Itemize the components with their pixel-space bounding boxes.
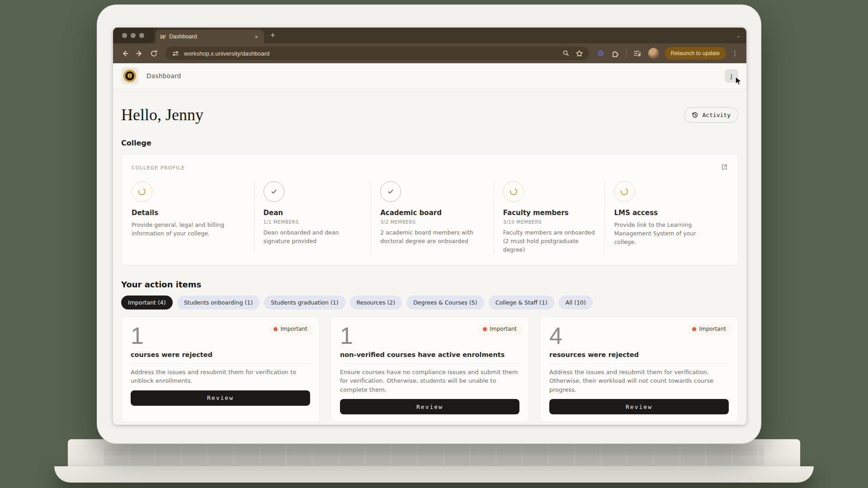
window-maximize-button[interactable]: [139, 33, 144, 38]
dashboard-page: Dashboard J Hello, Jenny Activity Colleg…: [113, 63, 746, 425]
college-profile-item: Academic board 3/2 MEMBERS 2 academic bo…: [371, 181, 494, 254]
card-description: Address the issues and resubmit them for…: [131, 368, 310, 385]
crest-logo-icon: [123, 69, 137, 83]
activity-button[interactable]: Activity: [684, 107, 738, 123]
reading-list-icon[interactable]: [632, 48, 643, 59]
open-profile-icon[interactable]: [721, 164, 728, 172]
college-section-label: College: [121, 139, 738, 147]
progress-spinner-icon: [509, 187, 519, 197]
card-divider: [549, 363, 729, 364]
status-circle-icon: [380, 181, 401, 202]
status-circle-icon: [614, 181, 635, 202]
history-icon: [692, 112, 698, 118]
bookmark-star-icon[interactable]: [575, 48, 584, 59]
activity-button-label: Activity: [702, 112, 731, 118]
zoom-icon[interactable]: [561, 48, 571, 59]
college-profile-card: COLLEGE PROFILE Details Provide general,…: [121, 154, 738, 265]
review-button[interactable]: Review: [549, 399, 729, 414]
window-controls[interactable]: [113, 28, 154, 43]
card-description: Ensure courses have no compliance issues…: [340, 368, 519, 394]
review-button[interactable]: Review: [340, 399, 519, 414]
browser-window: W Dashboard × + ⌄: [113, 28, 746, 425]
browser-profile-avatar[interactable]: [648, 48, 659, 59]
filter-pill[interactable]: Resources (2): [350, 296, 402, 310]
back-icon[interactable]: [119, 48, 130, 59]
filter-pill[interactable]: Students graduation (1): [264, 296, 345, 310]
toolbar-divider: [626, 49, 627, 57]
forward-icon[interactable]: [134, 48, 145, 59]
page-title: Dashboard: [146, 72, 181, 80]
badge-label: Important: [490, 326, 517, 332]
badge-label: Important: [699, 326, 726, 332]
important-badge: Important: [479, 324, 523, 334]
profile-item-description: Provide link to the Learning Management …: [614, 221, 719, 246]
address-bar[interactable]: workshop.x.university/dashboard: [165, 47, 589, 60]
laptop-base: [54, 466, 814, 483]
action-card: Important 1 courses were rejected Addres…: [121, 317, 320, 422]
important-dot-icon: [483, 327, 487, 331]
extensions-puzzle-icon[interactable]: [610, 48, 621, 59]
review-button[interactable]: Review: [131, 390, 310, 406]
filter-pill[interactable]: Students onboarding (1): [177, 296, 259, 310]
badge-label: Important: [281, 326, 308, 332]
action-cards: Important 1 courses were rejected Addres…: [121, 317, 738, 422]
college-profile-item: Faculty members 3/10 MEMBERS Faculty mem…: [494, 181, 605, 254]
action-items-heading: Your action items: [121, 280, 738, 289]
window-close-button[interactable]: [122, 33, 127, 38]
status-circle-icon: [132, 181, 152, 202]
college-profile-columns: Details Provide general, legal and billi…: [132, 181, 728, 254]
check-icon: [270, 188, 278, 196]
card-title: resources were rejected: [549, 351, 729, 358]
card-title: non-verified courses have active enrolme…: [340, 351, 519, 358]
profile-item-members: 3/10 MEMBERS: [503, 219, 596, 225]
filter-pill[interactable]: Important (4): [121, 296, 173, 310]
card-title: courses were rejected: [131, 351, 310, 358]
page-content: Hello, Jenny Activity College COLLEGE PR…: [113, 105, 746, 425]
action-card: Important 1 non-verified courses have ac…: [330, 317, 529, 422]
browser-tab-dashboard[interactable]: W Dashboard ×: [156, 30, 264, 43]
filter-pill[interactable]: All (10): [559, 296, 593, 310]
filter-pill[interactable]: Degrees & Courses (5): [406, 296, 484, 310]
mouse-cursor: [733, 75, 744, 86]
site-settings-icon[interactable]: [171, 48, 180, 59]
college-profile-item: Details Provide general, legal and billi…: [132, 181, 255, 254]
update-gear-icon[interactable]: ⚙: [595, 50, 606, 57]
important-badge: Important: [688, 324, 732, 334]
progress-spinner-icon: [619, 187, 629, 197]
profile-item-title: LMS access: [614, 209, 719, 217]
browser-menu-icon[interactable]: ⋮: [730, 49, 740, 57]
new-tab-button[interactable]: +: [264, 28, 282, 43]
action-card: Important 4 resources were rejected Addr…: [540, 317, 738, 422]
profile-item-title: Academic board: [380, 209, 485, 217]
profile-item-members: 1/1 MEMBERS: [264, 219, 362, 225]
scene: W Dashboard × + ⌄: [0, 0, 868, 488]
reload-icon[interactable]: [148, 48, 159, 59]
relaunch-to-update-button[interactable]: Relaunch to update: [665, 47, 726, 60]
status-circle-icon: [503, 181, 524, 202]
profile-item-description: Provide general, legal and billing infor…: [132, 221, 245, 238]
filter-pill[interactable]: College & Staff (1): [489, 296, 554, 310]
status-circle-icon: [264, 181, 284, 202]
important-dot-icon: [692, 327, 696, 331]
profile-item-description: Faculty members are onboarded (2 must ho…: [503, 229, 596, 254]
greeting-heading: Hello, Jenny: [121, 105, 203, 124]
window-minimize-button[interactable]: [131, 33, 136, 38]
tab-favicon: W: [160, 33, 165, 40]
profile-item-title: Faculty members: [503, 209, 596, 217]
profile-item-description: Dean onboarded and dean signature provid…: [264, 229, 362, 246]
filter-pills: Important (4)Students onboarding (1)Stud…: [121, 296, 738, 310]
important-badge: Important: [269, 324, 313, 334]
college-logo[interactable]: [121, 67, 138, 84]
college-profile-item: LMS access Provide link to the Learning …: [605, 181, 728, 254]
tab-title: Dashboard: [169, 33, 250, 40]
profile-item-description: 2 academic board members with doctoral d…: [380, 229, 485, 246]
browser-tab-bar: W Dashboard × + ⌄: [113, 28, 746, 43]
tab-list-chevron-icon[interactable]: ⌄: [736, 28, 741, 43]
tab-close-icon[interactable]: ×: [253, 33, 259, 40]
card-description: Address the issues and resubmit them for…: [549, 368, 729, 394]
college-profile-item: Dean 1/1 MEMBERS Dean onboarded and dean…: [255, 181, 372, 254]
progress-spinner-icon: [137, 187, 147, 197]
url-text[interactable]: workshop.x.university/dashboard: [184, 50, 557, 57]
app-header: Dashboard J: [113, 63, 746, 89]
card-divider: [340, 363, 519, 364]
